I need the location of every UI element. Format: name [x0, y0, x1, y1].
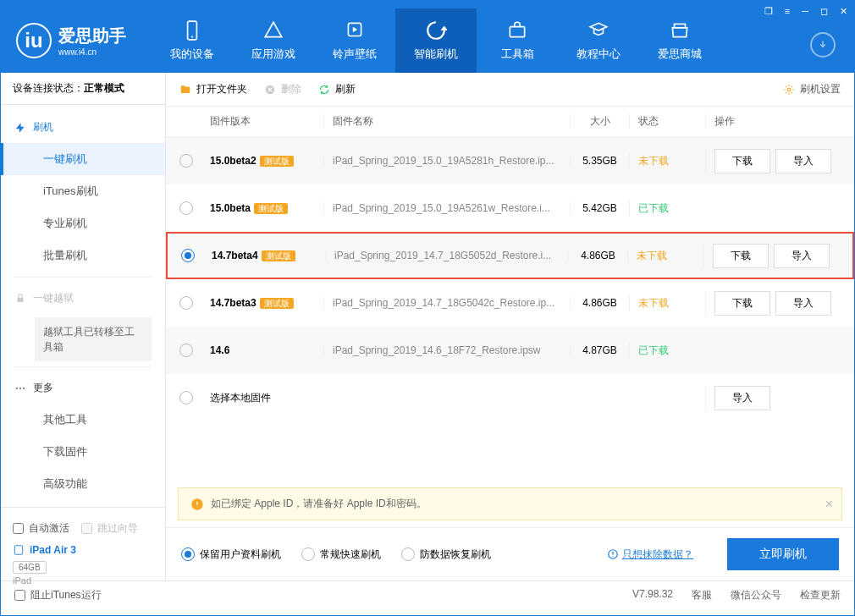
check-update-link[interactable]: 检查更新	[800, 588, 841, 602]
svg-rect-4	[675, 24, 686, 27]
sidebar-head-flash[interactable]: 刷机	[1, 112, 165, 143]
nav-tutorials[interactable]: 教程中心	[558, 8, 639, 73]
flash-options-bar: 保留用户资料刷机 常规快速刷机 防数据恢复刷机 只想抹除数据？ 立即刷机	[166, 527, 854, 580]
import-button[interactable]: 导入	[714, 386, 770, 410]
row-status: 未下载	[627, 249, 703, 263]
block-itunes-checkbox[interactable]: 阻止iTunes运行	[14, 583, 102, 608]
auto-activate-checkbox[interactable]: 自动激活	[13, 516, 69, 541]
row-filename: iPad_Spring_2019_14.7_18G5052d_Restore.i…	[325, 250, 568, 261]
table-header: 固件版本 固件名称 大小 状态 操作	[166, 107, 854, 137]
delete-button: 删除	[264, 82, 301, 96]
row-radio[interactable]	[179, 296, 193, 310]
firmware-list: 15.0beta2测试版iPad_Spring_2019_15.0_19A528…	[166, 137, 854, 481]
brand-logo[interactable]: iu 爱思助手 www.i4.cn	[16, 23, 126, 58]
flash-now-button[interactable]: 立即刷机	[727, 538, 839, 570]
win-btn-close[interactable]: ✕	[840, 6, 847, 17]
row-radio[interactable]	[179, 391, 193, 404]
mode-keep-data[interactable]: 保留用户资料刷机	[181, 547, 281, 562]
beta-badge: 测试版	[260, 156, 294, 167]
row-status: 已下载	[629, 201, 705, 216]
version-label: V7.98.32	[632, 588, 673, 602]
row-status: 未下载	[629, 296, 705, 311]
window-controls: ❐ ≡ ─ ◻ ✕	[764, 6, 847, 17]
connection-status: 设备连接状态：正常模式	[1, 73, 165, 105]
local-firmware-label: 选择本地固件	[205, 391, 705, 405]
col-size: 大小	[570, 114, 629, 129]
row-size: 4.87GB	[570, 344, 629, 356]
win-btn-theme[interactable]: ❐	[764, 6, 773, 17]
nav-toolbox[interactable]: 工具箱	[477, 8, 558, 73]
device-panel: 自动激活 跳过向导 iPad Air 3 64GB iPad	[1, 507, 165, 594]
sidebar-item-batch[interactable]: 批量刷机	[1, 239, 165, 272]
device-storage: 64GB	[13, 561, 47, 574]
svg-rect-3	[510, 27, 524, 37]
mode-normal[interactable]: 常规快速刷机	[301, 547, 381, 562]
nav-ringtones[interactable]: 铃声壁纸	[314, 8, 395, 73]
erase-data-link[interactable]: 只想抹除数据？	[607, 547, 693, 562]
col-version: 固件版本	[205, 114, 323, 129]
sidebar-item-oneclick[interactable]: 一键刷机	[1, 143, 165, 175]
customer-service-link[interactable]: 客服	[692, 588, 712, 602]
firmware-row[interactable]: 14.7beta3测试版iPad_Spring_2019_14.7_18G504…	[166, 279, 854, 327]
sidebar: 设备连接状态：正常模式 刷机 一键刷机 iTunes刷机 专业刷机 批量刷机 一…	[1, 73, 166, 580]
sidebar-head-jailbreak: 一键越狱	[1, 283, 165, 314]
beta-badge: 测试版	[254, 203, 288, 214]
svg-point-7	[19, 387, 21, 388]
import-button[interactable]: 导入	[774, 244, 830, 268]
row-version: 14.6	[210, 344, 229, 356]
import-button[interactable]: 导入	[775, 149, 831, 173]
nav-flash[interactable]: 智能刷机	[395, 8, 477, 73]
skip-guide-checkbox: 跳过向导	[81, 516, 138, 541]
nav-my-device[interactable]: 我的设备	[152, 8, 233, 73]
wechat-link[interactable]: 微信公众号	[731, 588, 781, 602]
row-radio[interactable]	[179, 344, 193, 357]
download-button[interactable]: 下载	[714, 149, 770, 173]
svg-point-8	[23, 387, 25, 388]
firmware-row[interactable]: 15.0beta测试版iPad_Spring_2019_15.0_19A5261…	[166, 184, 854, 232]
row-radio[interactable]	[181, 249, 195, 262]
brand-title: 爱思助手	[58, 25, 126, 47]
device-name[interactable]: iPad Air 3	[13, 544, 153, 556]
sidebar-item-other[interactable]: 其他工具	[1, 404, 165, 436]
brand-url: www.i4.cn	[58, 47, 126, 57]
win-btn-max[interactable]: ◻	[820, 6, 828, 17]
row-status: 已下载	[629, 344, 705, 358]
header-download-icon[interactable]	[810, 32, 836, 58]
main-content: 打开文件夹 删除 刷新 刷机设置 固件版本 固件名称 大小 状态 操作 15.0…	[166, 73, 854, 580]
firmware-row[interactable]: 14.7beta4测试版iPad_Spring_2019_14.7_18G505…	[166, 232, 854, 279]
row-size: 5.35GB	[570, 155, 629, 167]
svg-rect-5	[18, 297, 24, 301]
import-button[interactable]: 导入	[775, 291, 831, 316]
open-folder-button[interactable]: 打开文件夹	[179, 82, 247, 96]
sidebar-item-itunes[interactable]: iTunes刷机	[1, 175, 165, 207]
nav-store[interactable]: 爱思商城	[639, 8, 720, 73]
row-radio[interactable]	[179, 154, 193, 168]
svg-point-6	[16, 387, 18, 388]
win-btn-min[interactable]: ─	[802, 6, 808, 17]
sidebar-jb-note[interactable]: 越狱工具已转移至工具箱	[35, 317, 152, 361]
row-radio[interactable]	[179, 201, 193, 215]
refresh-button[interactable]: 刷新	[318, 82, 356, 96]
close-warning-icon[interactable]: ×	[825, 497, 833, 512]
row-filename: iPad_Spring_2019_14.6_18F72_Restore.ipsw	[323, 344, 570, 356]
sidebar-item-download[interactable]: 下载固件	[1, 436, 165, 468]
toolbar: 打开文件夹 删除 刷新 刷机设置	[166, 73, 854, 107]
row-size: 4.86GB	[570, 297, 629, 309]
local-firmware-row[interactable]: 选择本地固件导入	[166, 374, 854, 421]
row-version: 15.0beta2	[210, 155, 256, 167]
flash-settings-button[interactable]: 刷机设置	[783, 82, 841, 96]
row-filename: iPad_Spring_2019_15.0_19A5281h_Restore.i…	[323, 155, 570, 167]
sidebar-item-pro[interactable]: 专业刷机	[1, 207, 165, 239]
sidebar-item-advanced[interactable]: 高级功能	[1, 468, 165, 500]
download-button[interactable]: 下载	[714, 291, 770, 316]
firmware-row[interactable]: 14.6iPad_Spring_2019_14.6_18F72_Restore.…	[166, 327, 854, 374]
header: iu 爱思助手 www.i4.cn 我的设备 应用游戏 铃声壁纸 智能刷机 工具…	[1, 8, 854, 73]
sidebar-head-more[interactable]: 更多	[1, 372, 165, 404]
download-button[interactable]: 下载	[713, 244, 769, 268]
mode-antiloss[interactable]: 防数据恢复刷机	[401, 547, 491, 562]
logo-icon: iu	[16, 23, 52, 58]
nav-apps[interactable]: 应用游戏	[233, 8, 314, 73]
firmware-row[interactable]: 15.0beta2测试版iPad_Spring_2019_15.0_19A528…	[166, 137, 854, 184]
win-btn-menu[interactable]: ≡	[785, 6, 790, 17]
warning-icon	[190, 498, 204, 511]
